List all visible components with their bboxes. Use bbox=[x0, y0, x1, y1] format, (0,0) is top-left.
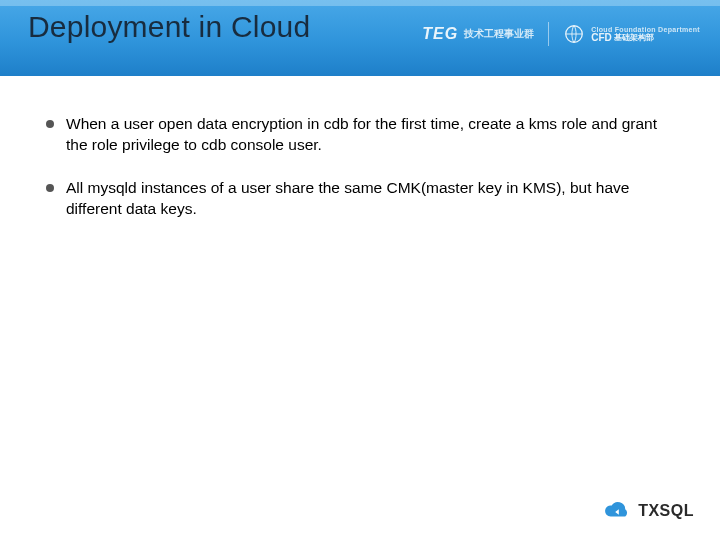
cloud-icon bbox=[602, 500, 632, 522]
bullet-list: When a user open data encryption in cdb … bbox=[44, 114, 676, 220]
cfd-cn: 基础架构部 bbox=[614, 34, 654, 42]
footer-product-name: TXSQL bbox=[638, 502, 694, 520]
slide-title: Deployment in Cloud bbox=[28, 10, 310, 44]
cfd-abbrev: CFD bbox=[591, 33, 612, 43]
cfd-logo: Cloud Foundation Department CFD 基础架构部 bbox=[563, 23, 700, 45]
cfd-main-label: CFD 基础架构部 bbox=[591, 33, 700, 43]
slide: Deployment in Cloud TEG 技术工程事业群 Cloud Fo… bbox=[0, 0, 720, 540]
logo-divider bbox=[548, 22, 549, 46]
list-item: When a user open data encryption in cdb … bbox=[44, 114, 676, 156]
cfd-small-label: Cloud Foundation Department bbox=[591, 26, 700, 33]
gear-globe-icon bbox=[563, 23, 585, 45]
teg-logo: TEG 技术工程事业群 bbox=[422, 25, 534, 43]
slide-body: When a user open data encryption in cdb … bbox=[0, 76, 720, 220]
teg-subtext: 技术工程事业群 bbox=[464, 27, 534, 41]
list-item: All mysqld instances of a user share the… bbox=[44, 178, 676, 220]
teg-mark: TEG bbox=[422, 25, 458, 43]
slide-header: Deployment in Cloud TEG 技术工程事业群 Cloud Fo… bbox=[0, 0, 720, 76]
cfd-text: Cloud Foundation Department CFD 基础架构部 bbox=[591, 26, 700, 43]
footer-logo: TXSQL bbox=[602, 500, 694, 522]
header-logos: TEG 技术工程事业群 Cloud Foundation Department … bbox=[422, 22, 700, 46]
